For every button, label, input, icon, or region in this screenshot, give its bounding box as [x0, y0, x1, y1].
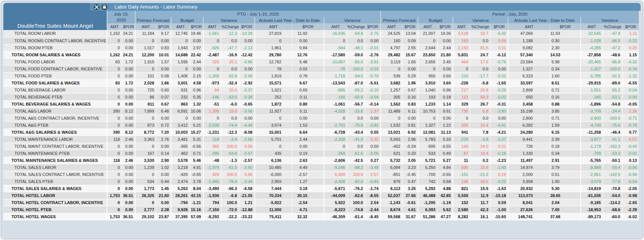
- data-cell: 24.7: [470, 51, 490, 58]
- data-cell: 2.30: [550, 44, 581, 51]
- lock-icon[interactable]: [101, 4, 107, 10]
- data-cell: -86.5: [603, 37, 622, 44]
- data-cell: 118: [107, 157, 122, 164]
- data-cell: -429: [171, 171, 190, 178]
- data-cell: 0: [107, 65, 122, 72]
- data-cell: -1,936: [203, 192, 221, 199]
- data-cell: 2.90: [156, 157, 171, 164]
- data-cell: 0.00: [402, 114, 418, 121]
- data-cell: -0.24: [402, 143, 418, 150]
- data-cell: -22,545: [581, 30, 603, 37]
- data-cell: 0.00: [156, 199, 171, 206]
- data-cell: 57.09: [190, 213, 203, 220]
- measure-header: %Change: [603, 23, 622, 30]
- data-cell: -1,143: [381, 199, 402, 206]
- data-cell: 0.69: [292, 86, 324, 93]
- data-cell: 36.51: [122, 213, 135, 220]
- data-cell: 28.65: [550, 192, 581, 199]
- data-cell: 15.27: [190, 129, 203, 136]
- data-cell: -0.96: [622, 171, 639, 178]
- data-cell: 0.0: [221, 65, 239, 72]
- data-cell: -1,061: [324, 100, 347, 107]
- data-cell: 0.83: [402, 100, 418, 107]
- data-cell: 0: [381, 65, 402, 72]
- data-cell: 22.42: [190, 51, 203, 58]
- data-cell: 2.28: [156, 206, 171, 213]
- data-cell: 0.11: [490, 44, 508, 51]
- data-cell: 2,800: [508, 114, 550, 121]
- data-cell: 1,595: [171, 58, 190, 65]
- data-cell: 0.34: [550, 150, 581, 157]
- data-cell: 94: [203, 86, 221, 93]
- row-label: TOTAL ROOM PTEB: [3, 44, 107, 51]
- data-cell: 863: [171, 100, 190, 107]
- data-cell: -100.0: [603, 114, 622, 121]
- data-cell: 12,782: [255, 58, 292, 65]
- data-cell: -92.8: [221, 72, 239, 79]
- data-cell: 16.4: [470, 150, 490, 157]
- row-label: TOTAL ROOM SALARIES & WAGES: [3, 51, 107, 58]
- data-cell: 533: [418, 150, 437, 157]
- data-cell: 0.27: [365, 157, 381, 164]
- data-cell: 6,084: [381, 164, 402, 171]
- data-cell: -12.88: [239, 206, 254, 213]
- data-cell: 3.23: [402, 164, 418, 171]
- data-cell: -2.39: [622, 206, 639, 213]
- data-cell: 1,327: [418, 121, 437, 129]
- data-cell: -70.8: [603, 185, 622, 192]
- data-cell: 5,550: [453, 192, 470, 199]
- data-cell: 0: [107, 143, 122, 150]
- data-cell: 1.27: [292, 178, 324, 185]
- data-cell: -2.57: [239, 157, 254, 164]
- data-cell: -74.8: [347, 206, 365, 213]
- data-cell: 1,773: [135, 185, 156, 192]
- row-label: TOTAL A&G SALARIES & WAGES: [3, 129, 107, 136]
- data-cell: -86.8: [603, 58, 622, 65]
- row-label: TOTAL HOTEL WAGES: [3, 213, 107, 220]
- data-cell: -5,922: [255, 199, 292, 206]
- measure-header: AMT: [581, 23, 603, 30]
- data-cell: -0.56: [622, 164, 639, 171]
- data-cell: 0.60: [437, 72, 453, 79]
- data-cell: 0.96: [437, 86, 453, 93]
- data-cell: 8,674: [381, 206, 402, 213]
- data-cell: 1.66: [402, 58, 418, 65]
- data-cell: 11.9: [470, 192, 490, 199]
- data-cell: 0: [324, 143, 347, 150]
- data-cell: -0.22: [622, 37, 639, 44]
- data-cell: 736: [453, 107, 470, 114]
- data-cell: -2.23: [490, 157, 508, 164]
- data-cell: 21,007: [418, 30, 437, 37]
- data-cell: 10,003: [171, 129, 190, 136]
- section-header-ptd: PTD - July 1-19, 2020: [135, 11, 381, 17]
- data-cell: 15,198: [508, 107, 550, 114]
- data-cell: 11.93: [550, 30, 581, 37]
- data-cell: 0.00: [122, 121, 135, 129]
- tools-icon[interactable]: [94, 4, 100, 10]
- row-label: TOTAL A&G PTEB: [3, 121, 107, 129]
- data-cell: 3.85: [550, 107, 581, 114]
- data-cell: 42.85: [437, 192, 453, 199]
- data-cell: -0.56: [190, 143, 203, 150]
- data-cell: 152: [453, 199, 470, 206]
- data-cell: 37,395: [171, 213, 190, 220]
- data-cell: -53.1: [603, 93, 622, 100]
- data-cell: 0.00: [190, 65, 203, 72]
- row-label: TOTAL FOOD PTEB: [3, 72, 107, 79]
- data-cell: 5.33: [437, 136, 453, 143]
- data-cell: 0: [418, 37, 437, 44]
- data-cell: 4.58: [190, 79, 203, 86]
- data-cell: -0.10: [365, 86, 381, 93]
- data-cell: 19.8: [221, 107, 239, 114]
- data-cell: 24.21: [122, 30, 135, 37]
- data-cell: 0: [107, 199, 122, 206]
- data-cell: -3,709: [581, 107, 603, 114]
- data-cell: 5,701: [255, 136, 292, 143]
- data-cell: 23,650: [418, 51, 437, 58]
- row-label: TOTAL BEVERAGE LABOR: [3, 86, 107, 93]
- data-cell: 0: [107, 164, 122, 171]
- data-cell: 0.00: [156, 65, 171, 72]
- group-header-budget: Budget: [418, 17, 453, 23]
- data-cell: 2.44: [190, 58, 203, 65]
- data-cell: 118: [107, 136, 122, 143]
